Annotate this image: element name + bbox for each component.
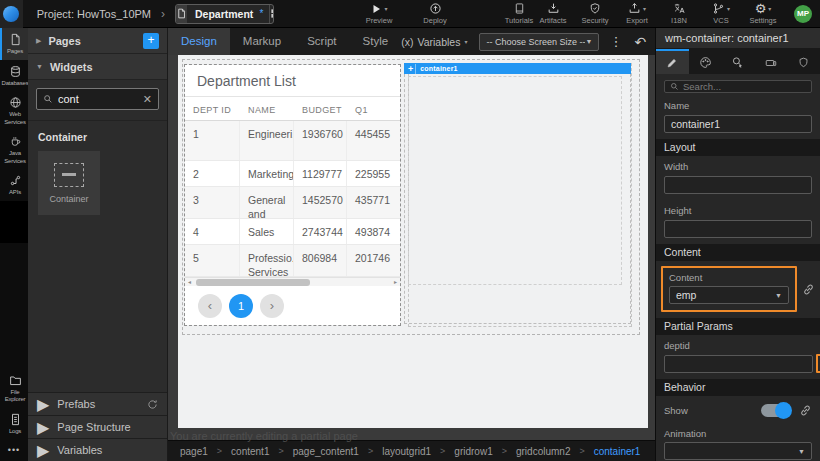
pages-section-header[interactable]: ▶ Pages + xyxy=(28,28,167,54)
page-selector-dropdown[interactable]: Department * xyxy=(175,4,274,24)
tutorials-button[interactable]: Tutorials xyxy=(502,2,536,25)
table-row[interactable]: 4 Sales 2743744 493874 xyxy=(185,219,400,245)
rail-divider xyxy=(0,201,28,243)
tab-script[interactable]: Script xyxy=(294,28,349,55)
name-input[interactable] xyxy=(664,115,812,133)
vcs-button[interactable]: ▾ VCS xyxy=(704,2,738,25)
rail-item-logs[interactable]: Logs xyxy=(0,408,28,440)
undo-button[interactable]: ↶ xyxy=(634,35,646,49)
table-row[interactable]: 5 Professio.. Services 806984 201746 xyxy=(185,245,400,277)
rail-item-java-services[interactable]: Java Services xyxy=(0,130,28,169)
container1-body[interactable] xyxy=(404,74,631,324)
breadcrumb-item[interactable]: gridcolumn2 xyxy=(516,446,570,457)
container1-label: container1 xyxy=(420,65,457,72)
rail-item-file-explorer[interactable]: File Explorer xyxy=(0,369,28,408)
table-row[interactable]: 2 Marketing 1129777 225955 xyxy=(185,161,400,187)
i18n-button[interactable]: I18N xyxy=(662,2,696,25)
user-avatar[interactable]: MP xyxy=(794,5,812,23)
breadcrumb-item-active[interactable]: container1 xyxy=(594,446,641,457)
table-pagination: ‹ 1 › xyxy=(185,286,400,325)
tab-design[interactable]: Design xyxy=(168,28,230,55)
deploy-button[interactable]: Deploy xyxy=(418,2,452,25)
table-row[interactable]: 1 Engineeri... 1936760 445455 xyxy=(185,121,400,161)
variables-section-header[interactable]: ▶ Variables xyxy=(28,438,167,461)
app-logo[interactable] xyxy=(0,0,23,28)
scrollbar-thumb[interactable] xyxy=(196,279,310,286)
add-page-button[interactable]: + xyxy=(143,33,159,49)
topbar-actions-left: ▾ Preview Deploy Tutorials xyxy=(362,2,536,25)
breadcrumb-item[interactable]: page1 xyxy=(180,446,208,457)
column-header[interactable]: NAME xyxy=(240,97,294,120)
properties-search-input[interactable] xyxy=(683,81,806,92)
breadcrumb-item[interactable]: gridrow1 xyxy=(454,446,492,457)
settings-button[interactable]: ⚙▾ Settings xyxy=(746,2,780,25)
tab-style[interactable]: Style xyxy=(350,28,402,55)
widget-search-box[interactable]: ✕ xyxy=(36,88,159,110)
pagination-prev-button[interactable]: ‹ xyxy=(198,294,222,318)
more-options-icon[interactable]: ••• xyxy=(0,439,28,461)
breadcrumb-item[interactable]: page_content1 xyxy=(293,446,359,457)
show-toggle[interactable] xyxy=(761,404,791,417)
pagination-next-button[interactable]: › xyxy=(260,294,284,318)
container-widget-tile[interactable]: Container xyxy=(38,151,100,215)
preview-button[interactable]: ▾ Preview xyxy=(362,2,396,25)
grid-view-icon[interactable] xyxy=(269,5,274,23)
properties-panel: wm-container: container1 xyxy=(655,28,820,461)
variables-button[interactable]: (x) Variables ▾ xyxy=(401,36,467,48)
container1-selection-bar[interactable]: + container1 xyxy=(404,63,631,74)
deptid-input[interactable] xyxy=(664,355,813,373)
deptid-bind-highlight-box xyxy=(816,354,820,373)
deptid-field-group: deptid xyxy=(656,335,820,379)
partial-editing-notice: You are currently editing a partial page xyxy=(170,430,358,442)
refresh-icon[interactable] xyxy=(147,399,158,410)
rail-item-apis[interactable]: APIs xyxy=(0,169,28,201)
search-icon xyxy=(43,94,53,104)
pagination-current-page[interactable]: 1 xyxy=(229,294,253,318)
width-input[interactable] xyxy=(664,176,812,194)
tab-events[interactable] xyxy=(722,49,755,74)
widgets-section-header[interactable]: ▼ Widgets xyxy=(28,54,167,80)
breadcrumb-item[interactable]: content1 xyxy=(231,446,269,457)
tab-markup[interactable]: Markup xyxy=(230,28,294,55)
column-header[interactable]: Q1 xyxy=(347,97,400,120)
design-canvas[interactable]: Department List DEPT ID NAME BUDGET Q1 1… xyxy=(168,55,655,440)
clear-search-icon[interactable]: ✕ xyxy=(143,93,152,106)
bind-link-icon[interactable] xyxy=(799,404,812,417)
widget-search-input[interactable] xyxy=(58,93,138,105)
export-button[interactable]: ▾ Export xyxy=(620,2,654,25)
container1-widget[interactable]: + container1 xyxy=(404,63,631,324)
department-table-widget[interactable]: Department List DEPT ID NAME BUDGET Q1 1… xyxy=(185,65,400,325)
tab-security[interactable] xyxy=(787,49,820,74)
more-menu-icon[interactable]: ⋮ xyxy=(609,34,622,49)
table-horizontal-scrollbar[interactable]: ◂ ▸ xyxy=(185,277,400,286)
security-button[interactable]: Security xyxy=(578,2,612,25)
shield-icon xyxy=(798,56,809,69)
move-handle-icon[interactable]: + xyxy=(406,64,416,74)
column-header[interactable]: DEPT ID xyxy=(185,97,240,120)
bind-link-icon[interactable] xyxy=(802,283,815,296)
page-structure-section-header[interactable]: ▶ Page Structure xyxy=(28,415,167,438)
table-row[interactable]: 3 General and Admin 1452570 435771 xyxy=(185,187,400,219)
breadcrumb-item[interactable]: layoutgrid1 xyxy=(382,446,431,457)
height-input[interactable] xyxy=(664,220,812,238)
tab-devices[interactable] xyxy=(754,49,787,74)
select-arrow-icon: ▼ xyxy=(585,38,592,45)
coffee-cup-icon xyxy=(9,135,22,148)
tab-properties[interactable] xyxy=(656,49,689,74)
device-icon xyxy=(764,57,778,69)
triangle-collapsed-icon: ▶ xyxy=(37,395,49,414)
caret-down-icon: ▾ xyxy=(768,5,771,12)
tab-styles[interactable] xyxy=(689,49,722,74)
rail-item-web-services[interactable]: Web Services xyxy=(0,91,28,130)
properties-search-box[interactable] xyxy=(664,80,812,93)
prefabs-section-header[interactable]: ▶ Prefabs xyxy=(28,392,167,415)
rail-item-pages[interactable]: Pages xyxy=(0,28,28,60)
screen-size-select[interactable]: -- Choose Screen Size -- ▼ xyxy=(479,33,599,51)
artifacts-button[interactable]: Artifacts xyxy=(536,2,570,25)
column-header[interactable]: BUDGET xyxy=(294,97,347,120)
animation-select[interactable]: ▼ xyxy=(664,442,812,460)
height-field-group: Height xyxy=(656,200,820,244)
rail-item-databases[interactable]: Databases xyxy=(0,60,28,92)
content-select[interactable]: emp ▼ xyxy=(669,286,789,304)
page-canvas[interactable]: Department List DEPT ID NAME BUDGET Q1 1… xyxy=(178,55,648,428)
